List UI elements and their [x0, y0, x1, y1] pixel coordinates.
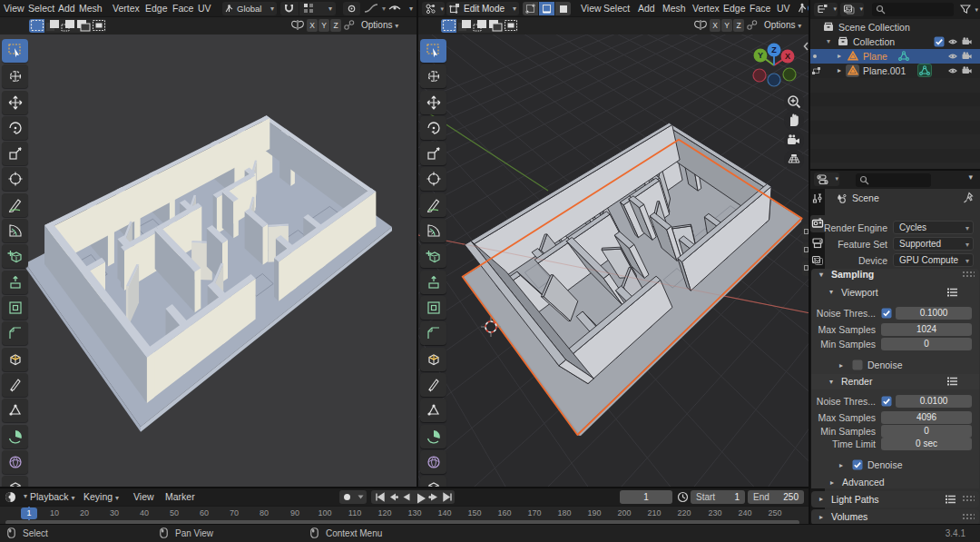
svg-text:X: X	[785, 52, 790, 61]
svg-text:Y: Y	[758, 51, 763, 60]
svg-text:Z: Z	[771, 45, 777, 54]
